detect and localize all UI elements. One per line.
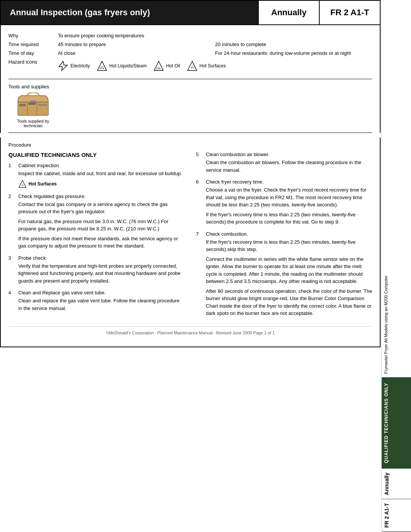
svg-text:OIL: OIL [156,67,161,70]
step-1-text: Inspect the cabinet, inside and out, fro… [18,170,185,177]
procedure-label: Procedure [8,142,372,148]
svg-rect-13 [28,103,36,105]
step-4-text: Clean and replace the gas valve vent tub… [18,297,185,312]
time-required-label: Time required [8,42,58,47]
step-6-text1: Choose a vat on the fryer. Check the fry… [206,186,372,209]
sidebar-code: FR 2 A1-T [382,499,411,532]
electricity-icon [58,61,68,71]
time-required-value1: 45 minutes to prepare [58,42,215,47]
step-6-title: Check fryer recovery time. [206,179,264,185]
step-5-title: Clean combustion air blower. [206,152,269,157]
sidebar-annually: Annually [382,469,411,499]
hazard-label: Hazard icons [8,59,58,65]
step-1-title: Cabinet inspection [18,163,59,168]
step-7-text3: After 90 seconds of continuous operation… [206,288,372,317]
time-of-day-row: Time of day At close For 24-hour restaur… [8,49,372,58]
time-of-day-label: Time of day [8,50,58,56]
why-value: To ensure proper cooking temperatures [58,33,372,38]
svg-rect-12 [19,104,26,106]
header-annually: Annually [258,1,319,24]
two-column-layout: QUALIFIED TECHNICIANS ONLY 1 Cabinet ins… [8,152,372,323]
step-2-text1: Contact the local gas company or a servi… [18,201,185,216]
section-title: QUALIFIED TECHNICIANS ONLY [8,152,185,158]
step-6-header: 6 Check fryer recovery time. [196,179,372,185]
hazard-hot-oil: OIL Hot Oil [153,61,180,71]
footer: ©McDonald's Corporation · Planned Mainte… [8,326,372,339]
step-2-number: 2 [8,193,14,199]
step-6-number: 6 [196,179,202,185]
main-content: Why To ensure proper cooking temperature… [0,25,381,133]
step-5-body: Clean the combustion air blowers. Follow… [206,159,372,174]
svg-rect-9 [30,101,36,103]
page-wrapper: Annual Inspection (gas fryers only) Annu… [0,0,411,532]
sidebar-qualified: QUALIFIED TECHNICIANS ONLY [382,377,411,469]
sidebar-top-text: Frymaster Fryer All Models using an M200… [382,0,411,377]
step-4: 4 Clean and Replace gas valve vent tube.… [8,290,185,312]
step-6: 6 Check fryer recovery time. Choose a va… [196,179,372,226]
why-row: Why To ensure proper cooking temperature… [8,31,372,40]
hazard-row: Hazard icons Electricity [8,58,372,74]
step-4-title: Clean and Replace gas valve vent tube. [18,290,106,296]
time-required-row: Time required 45 minutes to prepare 20 m… [8,40,372,49]
right-column: 5 Clean combustion air blower. Clean the… [196,152,372,323]
step-2-text2: For natural gas, the pressure must be 3.… [18,218,185,233]
header-title: Annual Inspection (gas fryers only) [1,1,258,24]
hazard-electricity: Electricity [58,61,90,71]
hazard-hot-liquid: Hot Liquids/Steam [97,61,147,71]
header-code: FR 2 A1-T [319,1,380,24]
step-4-number: 4 [8,290,14,296]
hot-oil-label: Hot Oil [166,63,180,69]
svg-marker-1 [97,61,107,70]
step-7-text2: Connect the multimeter in series with th… [206,256,372,285]
time-of-day-value1: At close [58,50,215,56]
step-1-header: 1 Cabinet inspection [8,163,185,168]
toolbox-image [16,93,50,117]
hot-liquid-icon [97,61,107,71]
step-2: 2 Check regulated gas pressure. Contact … [8,193,185,250]
sidebar-right: Frymaster Fryer All Models using an M200… [381,0,411,532]
step-2-body: Contact the local gas company or a servi… [18,201,185,250]
step-4-header: 4 Clean and Replace gas valve vent tube. [8,290,185,296]
step-6-text2: If the fryer's recovery time is less tha… [206,211,372,226]
warning-text: Hot Surfaces [29,181,57,187]
step-3-title: Probe check [18,255,46,261]
tools-label: Tools and supplies [8,84,372,89]
time-required-value2: 20 minutes to complete [215,42,372,47]
hot-surfaces-label: Hot Surfaces [199,63,226,69]
warning-icon [18,180,27,188]
why-label: Why [8,33,58,38]
step-7: 7 Check combustion. If the fryer's recov… [196,231,372,317]
step-3: 3 Probe check Verify that the temperatur… [8,255,185,285]
step-2-title: Check regulated gas pressure. [18,193,86,199]
procedure-section: Procedure QUALIFIED TECHNICIANS ONLY 1 C… [0,137,381,347]
step-3-body: Verify that the temperature and high-lim… [18,262,185,285]
step-5-number: 5 [196,152,202,157]
electricity-label: Electricity [70,63,90,69]
page-header: Annual Inspection (gas fryers only) Annu… [0,0,381,25]
left-column: QUALIFIED TECHNICIANS ONLY 1 Cabinet ins… [8,152,185,323]
tools-section: Tools and supplies Tools supplied by t [8,84,372,128]
step-1-body: Inspect the cabinet, inside and out, fro… [18,170,185,188]
step-3-header: 3 Probe check [8,255,185,261]
hot-liquid-label: Hot Liquids/Steam [109,63,147,69]
step-1-warning: Hot Surfaces [18,180,185,188]
step-7-body: If the fryer's recovery time is less tha… [206,238,372,317]
svg-marker-0 [59,61,67,70]
step-3-text: Verify that the temperature and high-lim… [18,262,185,285]
step-5-header: 5 Clean combustion air blower. [196,152,372,157]
hot-oil-icon: OIL [153,61,164,71]
step-7-title: Check combustion. [206,231,248,237]
step-6-body: Choose a vat on the fryer. Check the fry… [206,186,372,226]
step-5-text: Clean the combustion air blowers. Follow… [206,159,372,174]
step-5: 5 Clean combustion air blower. Clean the… [196,152,372,174]
step-3-number: 3 [8,255,14,261]
svg-marker-7 [188,61,197,70]
divider-2 [8,133,372,133]
step-7-header: 7 Check combustion. [196,231,372,237]
svg-rect-14 [38,104,47,106]
hazard-icons-container: Electricity Hot Liquids/Steam [58,61,226,71]
toolbox-caption: Tools supplied by technician [16,119,50,128]
step-7-text1: If the fryer's recovery time is less tha… [206,238,372,253]
time-of-day-value2: For 24-hour restaurants: during low-volu… [215,50,372,56]
hazard-hot-surfaces: Hot Surfaces [187,61,226,71]
